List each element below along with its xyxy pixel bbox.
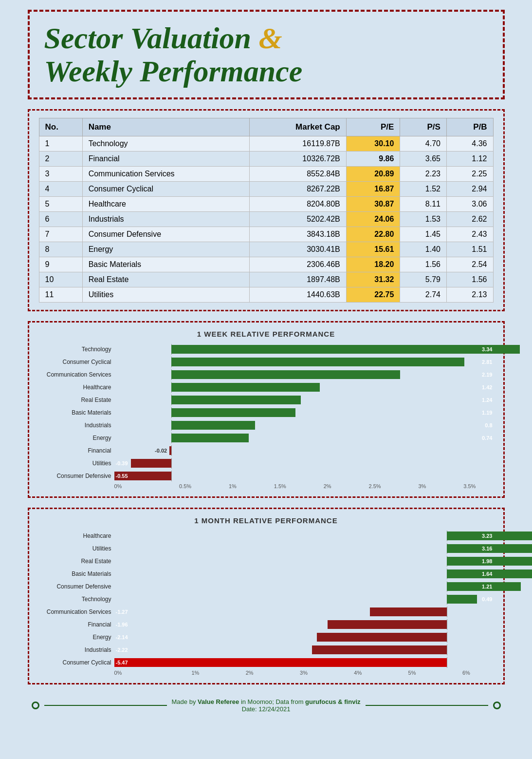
table-row: 11Utilities1440.63B22.752.742.13 — [39, 287, 493, 303]
bar-area: 3.34 — [114, 344, 494, 355]
col-market-cap: Market Cap — [250, 118, 346, 136]
footer-text-line1: Made by Value Referee in Moomoo; Data fr… — [172, 698, 361, 705]
bar — [171, 370, 400, 379]
table-cell: 9.86 — [346, 152, 400, 167]
bar-row: Real Estate1.98 — [39, 556, 494, 567]
table-header-row: No. Name Market Cap P/E P/S P/B — [39, 118, 493, 136]
bar-row: Energy-2.14 — [39, 632, 494, 643]
axis-label: 5% — [385, 670, 439, 676]
bar-label: Healthcare — [39, 532, 114, 539]
axis-label: 2% — [222, 670, 276, 676]
bar-label: Utilities — [39, 545, 114, 552]
bar-value-label: 2.19 — [482, 370, 492, 379]
table-cell: 5 — [39, 197, 82, 212]
bar-area: -0.02 — [114, 445, 494, 456]
bar-label: Real Estate — [39, 558, 114, 565]
bar-label: Technology — [39, 346, 114, 353]
table-cell: Financial — [82, 152, 250, 167]
bar-label: Communication Services — [39, 608, 114, 615]
table-cell: 7 — [39, 227, 82, 242]
bar-label: Energy — [39, 634, 114, 641]
bar-value-label: -5.47 — [116, 658, 128, 667]
col-no: No. — [39, 118, 82, 136]
bar-value-label: 0.74 — [482, 434, 492, 442]
bar-value-label: -0.02 — [155, 446, 167, 455]
table-cell: 10326.72B — [250, 152, 346, 167]
table-cell: 1.40 — [400, 242, 447, 257]
table-row: 7Consumer Defensive3843.18B22.801.452.43 — [39, 227, 493, 242]
table-cell: 2.74 — [400, 287, 447, 303]
bar-label: Industrials — [39, 646, 114, 653]
bar-value-label: 0.8 — [485, 421, 492, 430]
axis-label: 0% — [114, 670, 168, 676]
table-cell: 1440.63B — [250, 287, 346, 303]
axis-label: 1.5% — [257, 483, 304, 489]
bar-area: 3.16 — [114, 543, 494, 554]
table-cell: 8204.80B — [250, 197, 346, 212]
footer-line: Made by Value Referee in Moomoo; Data fr… — [32, 698, 501, 713]
bar-value-label: 3.34 — [482, 345, 492, 354]
bar-area: -1.27 — [114, 607, 494, 617]
table-cell: 8.11 — [400, 197, 447, 212]
table-cell: 1.45 — [400, 227, 447, 242]
table-cell: 16119.87B — [250, 136, 346, 152]
bar-row: Industrials0.8 — [39, 420, 494, 431]
bar — [447, 595, 477, 604]
table-cell: 4 — [39, 182, 82, 197]
bar-row: Consumer Defensive1.21 — [39, 581, 494, 592]
bar — [312, 645, 447, 654]
footer: Made by Value Referee in Moomoo; Data fr… — [28, 694, 505, 717]
table-cell: Consumer Defensive — [82, 227, 250, 242]
table-cell: 1.12 — [446, 152, 493, 167]
table-row: 2Financial10326.72B9.863.651.12 — [39, 152, 493, 167]
bar-area: 0.49 — [114, 594, 494, 605]
bar-label: Healthcare — [39, 384, 114, 391]
table-row: 8Energy3030.41B15.611.401.51 — [39, 242, 493, 257]
bar-area: 1.64 — [114, 569, 494, 579]
bar — [114, 658, 447, 667]
table-cell: 8267.22B — [250, 182, 346, 197]
bar-value-label: 1.42 — [482, 383, 492, 392]
bar-area: -0.39 — [114, 458, 494, 469]
table-cell: 1.53 — [400, 212, 447, 227]
table-cell: 2.54 — [446, 257, 493, 272]
bar-label: Utilities — [39, 460, 114, 467]
bar-row: Consumer Cyclical-5.47 — [39, 657, 494, 668]
table-cell: 1.56 — [446, 272, 493, 287]
table-cell: Consumer Cyclical — [82, 182, 250, 197]
bar-row: Communication Services2.19 — [39, 369, 494, 380]
bar — [171, 358, 464, 366]
bar — [328, 620, 447, 629]
table-row: 1Technology16119.87B30.104.704.36 — [39, 136, 493, 152]
table-row: 10Real Estate1897.48B31.325.791.56 — [39, 272, 493, 287]
axis-label: 1% — [168, 670, 222, 676]
axis-label: 1% — [209, 483, 256, 489]
table-cell: 4.36 — [446, 136, 493, 152]
bar-row: Basic Materials1.64 — [39, 569, 494, 579]
table-cell: 30.10 — [346, 136, 400, 152]
table-row: 5Healthcare8204.80B30.878.113.06 — [39, 197, 493, 212]
bar-area: -2.14 — [114, 632, 494, 643]
table-cell: 18.20 — [346, 257, 400, 272]
bar-row: Basic Materials1.19 — [39, 407, 494, 418]
bar — [317, 633, 447, 642]
bar-area: 1.98 — [114, 556, 494, 567]
table-cell: Energy — [82, 242, 250, 257]
bar — [171, 345, 520, 354]
month-chart-bars: Healthcare3.23Utilities3.16Real Estate1.… — [39, 531, 494, 668]
bar-label: Financial — [39, 621, 114, 628]
bar-area: 0.8 — [114, 420, 494, 431]
bar-row: Consumer Defensive-0.55 — [39, 471, 494, 481]
table-cell: Technology — [82, 136, 250, 152]
week-axis-labels: 0%0.5%1%1.5%2%2.5%3%3.5% — [114, 481, 494, 489]
table-cell: 1 — [39, 136, 82, 152]
table-cell: 2 — [39, 152, 82, 167]
table-cell: 8 — [39, 242, 82, 257]
bar — [131, 459, 172, 468]
bar-value-label: 2.81 — [482, 358, 492, 366]
table-cell: 20.89 — [346, 167, 400, 182]
bar-label: Technology — [39, 596, 114, 603]
bar-label: Consumer Cyclical — [39, 359, 114, 365]
table-row: 3Communication Services8552.84B20.892.23… — [39, 167, 493, 182]
table-cell: 6 — [39, 212, 82, 227]
